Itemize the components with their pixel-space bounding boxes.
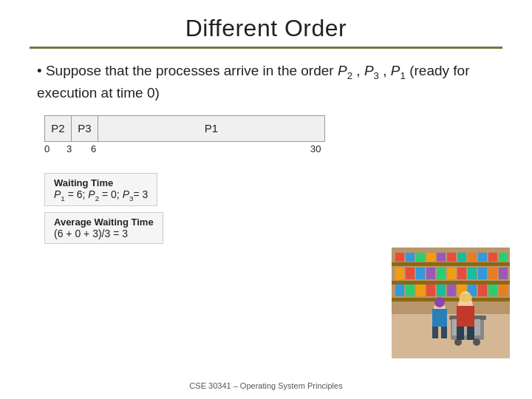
svg-rect-31: [437, 284, 446, 296]
tick-6: 6: [91, 143, 96, 154]
slide: Different Order Suppose that the process…: [0, 0, 532, 399]
svg-rect-6: [406, 253, 415, 262]
grocery-image: [392, 248, 510, 358]
average-waiting-time-box: Average Waiting Time (6 + 0 + 3)/3 = 3: [44, 212, 163, 244]
gantt-cell-p3: P3: [72, 116, 98, 141]
svg-rect-3: [392, 281, 510, 284]
svg-rect-21: [447, 267, 456, 279]
svg-rect-17: [406, 267, 415, 279]
svg-rect-25: [488, 267, 497, 279]
svg-rect-18: [416, 267, 425, 279]
tick-30: 30: [310, 143, 321, 154]
bullet-order: P2 , P3 , P1: [338, 63, 409, 78]
info-boxes: Waiting Time P1 = 6; P2 = 0; P3= 3 Avera…: [44, 173, 502, 250]
gantt-tick-row: 0 3 6 30: [44, 143, 325, 160]
bullet-main: Suppose that the processes arrive in the…: [46, 63, 334, 78]
svg-rect-22: [457, 267, 466, 279]
svg-rect-26: [499, 267, 508, 279]
tick-3: 3: [66, 143, 72, 154]
gantt-cell-p1: P1: [98, 116, 324, 141]
waiting-time-values: P1 = 6; P2 = 0; P3= 3: [54, 188, 148, 202]
svg-rect-5: [395, 253, 404, 262]
svg-rect-19: [426, 267, 435, 279]
svg-rect-15: [499, 253, 508, 262]
svg-rect-37: [499, 284, 508, 296]
svg-rect-36: [488, 284, 497, 296]
svg-rect-8: [426, 253, 435, 262]
gantt-bar-row: P2 P3 P1: [44, 115, 325, 142]
svg-rect-16: [395, 267, 404, 279]
svg-rect-30: [426, 284, 435, 296]
bullet-section: Suppose that the processes arrive in the…: [30, 61, 502, 103]
tick-0: 0: [44, 143, 50, 154]
svg-rect-35: [478, 284, 487, 296]
gantt-chart: P2 P3 P1 0 3 6 30: [44, 115, 325, 160]
svg-rect-23: [468, 267, 477, 279]
svg-rect-13: [478, 253, 487, 262]
title-underline: [30, 47, 502, 49]
svg-rect-46: [457, 306, 474, 327]
title-area: Different Order: [30, 15, 502, 42]
svg-rect-52: [432, 309, 447, 327]
svg-rect-29: [416, 284, 425, 296]
svg-rect-11: [457, 253, 466, 262]
svg-rect-32: [447, 284, 456, 296]
average-formula: (6 + 0 + 3)/3 = 3: [54, 228, 154, 239]
gantt-cell-p2: P2: [45, 116, 72, 141]
svg-point-51: [434, 297, 445, 307]
svg-rect-54: [441, 327, 447, 338]
waiting-time-box: Waiting Time P1 = 6; P2 = 0; P3= 3: [44, 173, 157, 207]
svg-rect-7: [416, 253, 425, 262]
svg-rect-47: [457, 327, 464, 340]
average-label: Average Waiting Time: [54, 216, 154, 228]
svg-rect-53: [432, 327, 438, 338]
grocery-svg: [392, 248, 510, 358]
svg-point-49: [459, 293, 472, 302]
svg-rect-10: [447, 253, 456, 262]
svg-rect-2: [392, 262, 510, 266]
svg-rect-12: [468, 253, 477, 262]
svg-rect-9: [437, 253, 446, 262]
slide-title: Different Order: [30, 15, 502, 42]
svg-rect-24: [478, 267, 487, 279]
svg-rect-20: [437, 267, 446, 279]
footer: CSE 30341 – Operating System Principles: [0, 381, 532, 390]
svg-rect-28: [406, 284, 415, 296]
svg-rect-4: [392, 298, 510, 301]
svg-rect-48: [467, 327, 474, 340]
svg-rect-14: [488, 253, 497, 262]
bullet-text: Suppose that the processes arrive in the…: [30, 61, 502, 103]
waiting-time-label: Waiting Time: [54, 177, 148, 188]
svg-rect-27: [395, 284, 404, 296]
